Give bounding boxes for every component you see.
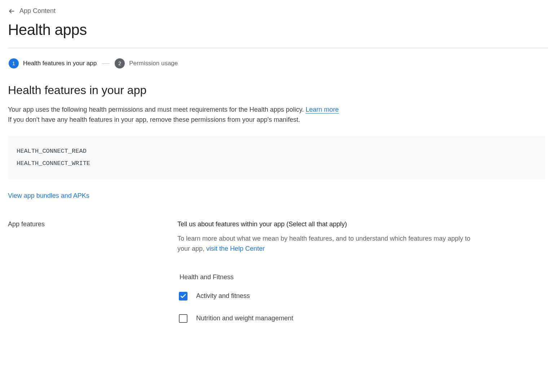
step-2-label: Permission usage (129, 60, 178, 67)
section-title: Health features in your app (8, 84, 548, 97)
step-1-label: Health features in your app (23, 60, 97, 67)
check-icon (180, 293, 186, 299)
form-question: Tell us about features within your app (… (177, 220, 473, 228)
checkbox-label-activity: Activity and fitness (196, 292, 250, 300)
checkbox-activity-fitness[interactable] (179, 292, 187, 300)
app-features-row: App features Tell us about features with… (8, 220, 548, 337)
permission-item: HEALTH_CONNECT_WRITE (17, 157, 537, 170)
view-bundles-link[interactable]: View app bundles and APKs (8, 192, 89, 200)
breadcrumb-label[interactable]: App Content (19, 7, 56, 15)
form-help-text: To learn more about what we mean by heal… (177, 234, 473, 254)
form-content-column: Tell us about features within your app (… (177, 220, 473, 337)
app-features-label: App features (8, 220, 163, 228)
desc-text-1: Your app uses the following health permi… (8, 106, 305, 113)
stepper: 1 Health features in your app 2 Permissi… (9, 58, 548, 68)
checkbox-label-nutrition: Nutrition and weight management (196, 315, 293, 322)
checkbox-row-activity: Activity and fitness (179, 292, 473, 300)
checkbox-row-nutrition: Nutrition and weight management (179, 314, 473, 323)
step-1-circle: 1 (9, 58, 19, 68)
step-connector (102, 63, 110, 64)
step-2[interactable]: 2 Permission usage (115, 58, 178, 68)
desc-text-2: If you don't have any health features in… (8, 116, 300, 123)
section-description: Your app uses the following health permi… (8, 105, 459, 125)
step-2-circle: 2 (115, 58, 125, 68)
page-title: Health apps (8, 21, 548, 39)
permission-item: HEALTH_CONNECT_READ (17, 145, 537, 157)
group-heading-health-fitness: Health and Fitness (180, 273, 473, 281)
step-1[interactable]: 1 Health features in your app (9, 58, 97, 68)
breadcrumb: App Content (8, 7, 548, 15)
divider (8, 48, 548, 48)
checkbox-nutrition-weight[interactable] (179, 314, 187, 323)
learn-more-link[interactable]: Learn more (305, 106, 339, 113)
back-arrow-icon[interactable] (8, 8, 15, 15)
help-center-link[interactable]: visit the Help Center (206, 245, 265, 252)
form-label-column: App features (8, 220, 163, 228)
permissions-box: HEALTH_CONNECT_READ HEALTH_CONNECT_WRITE (8, 136, 545, 179)
